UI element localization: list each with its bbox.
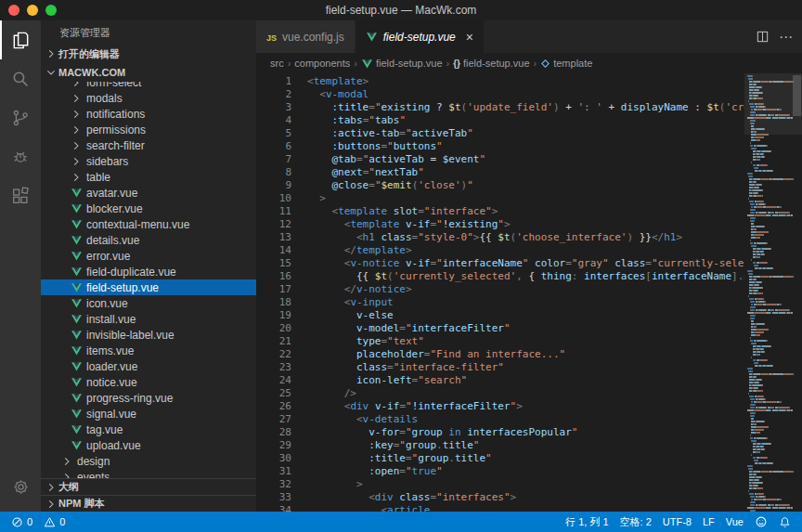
code-line-13[interactable]: 13 <h1 class="style-0">{{ $t('choose_int… (256, 231, 744, 244)
tree-item-error-vue[interactable]: error.vue (41, 248, 256, 264)
tree-item-permissions[interactable]: permissions (41, 122, 256, 137)
close-window-button[interactable] (8, 5, 19, 16)
code-line-9[interactable]: 9 @close="$emit('close')" (256, 179, 744, 192)
code-line-17[interactable]: 17 </v-notice> (256, 283, 744, 296)
source-control-icon[interactable] (0, 98, 41, 137)
code-line-15[interactable]: 15 <v-notice v-if="interfaceName" color=… (256, 257, 744, 270)
line-number: 26 (256, 400, 291, 413)
code-line-14[interactable]: 14 </template> (256, 244, 744, 257)
code-line-10[interactable]: 10 > (256, 192, 744, 205)
search-icon[interactable] (0, 59, 41, 98)
editor-scrollbar[interactable] (793, 75, 801, 116)
code-line-33[interactable]: 33 <div class="interfaces"> (256, 491, 744, 504)
tree-item-notice-vue[interactable]: notice.vue (41, 374, 256, 390)
tree-item-sidebars[interactable]: sidebars (41, 153, 256, 169)
code-line-27[interactable]: 27 <v-details (256, 413, 744, 426)
code-line-12[interactable]: 12 <template v-if="!existing"> (256, 218, 744, 231)
window-title: field-setup.vue — MacWk.com (0, 0, 802, 20)
code-line-32[interactable]: 32 > (256, 478, 744, 491)
status-indentation[interactable]: 空格: 2 (614, 512, 657, 532)
split-editor-icon[interactable] (756, 30, 770, 44)
tree-item-notifications[interactable]: notifications (41, 106, 256, 122)
workspace-section-header[interactable]: MACWK.COM (41, 63, 256, 82)
code-line-23[interactable]: 23 class="interface-filter" (256, 361, 744, 374)
code-line-8[interactable]: 8 @next="nextTab" (256, 166, 744, 179)
chevron-right-icon (44, 481, 58, 494)
outline-section-header[interactable]: 大纲 (41, 478, 256, 495)
status-language-mode[interactable]: Vue (720, 512, 749, 532)
code-line-1[interactable]: 1<template> (256, 75, 744, 88)
tree-item-upload-vue[interactable]: upload.vue (41, 437, 256, 453)
code-line-31[interactable]: 31 :open="true" (256, 465, 744, 478)
code-line-24[interactable]: 24 icon-left="search" (256, 374, 744, 387)
status-warnings[interactable]: 0 (38, 512, 71, 532)
tree-item-icon-vue[interactable]: icon.vue (41, 295, 256, 311)
status-errors[interactable]: 0 (6, 512, 38, 532)
chevron-right-icon (59, 455, 74, 468)
status-eol[interactable]: LF (697, 512, 720, 532)
tree-item-avatar-vue[interactable]: avatar.vue (41, 185, 256, 201)
tree-item-details-vue[interactable]: details.vue (41, 232, 256, 248)
code-line-4[interactable]: 4 :tabs="tabs" (256, 114, 744, 127)
code-line-18[interactable]: 18 <v-input (256, 296, 744, 309)
tree-item-install-vue[interactable]: install.vue (41, 311, 256, 327)
tree-item-progress-ring-vue[interactable]: progress-ring.vue (41, 390, 256, 406)
code-line-11[interactable]: 11 <template slot="interface"> (256, 205, 744, 218)
tree-item-invisible-label-vue[interactable]: invisible-label.vue (41, 327, 256, 343)
status-cursor-position[interactable]: 行 1, 列 1 (560, 512, 614, 532)
tree-item-search-filter[interactable]: search-filter (41, 137, 256, 153)
run-debug-icon[interactable] (0, 137, 41, 176)
code-line-5[interactable]: 5 :active-tab="activeTab" (256, 127, 744, 140)
code-line-25[interactable]: 25 /> (256, 387, 744, 400)
line-number: 8 (256, 166, 291, 179)
code-line-6[interactable]: 6 :buttons="buttons" (256, 140, 744, 153)
tree-item-field-duplicate-vue[interactable]: field-duplicate.vue (41, 264, 256, 279)
tree-item-items-vue[interactable]: items.vue (41, 343, 256, 358)
code-line-3[interactable]: 3 :title="existing ? $t('update_field') … (256, 101, 744, 114)
tree-item-events[interactable]: events (41, 469, 256, 478)
code-line-30[interactable]: 30 :title="group.title" (256, 452, 744, 465)
code-line-21[interactable]: 21 type="text" (256, 335, 744, 348)
tree-item-blocker-vue[interactable]: blocker.vue (41, 201, 256, 216)
close-tab-icon[interactable]: × (466, 31, 473, 44)
extensions-icon[interactable] (0, 176, 41, 215)
tree-item-design[interactable]: design (41, 453, 256, 469)
code-line-26[interactable]: 26 <div v-if="!interfaceFilter"> (256, 400, 744, 413)
breadcrumb-item-template[interactable]: template (540, 58, 592, 69)
minimize-window-button[interactable] (27, 5, 38, 16)
code-line-19[interactable]: 19 v-else (256, 309, 744, 322)
tab-vue-config-js[interactable]: JSvue.config.js (256, 20, 356, 53)
tab-field-setup-vue[interactable]: field-setup.vue× (356, 20, 485, 53)
npm-scripts-section-header[interactable]: NPM 脚本 (41, 495, 256, 512)
more-actions-icon[interactable]: ⋯ (779, 29, 793, 45)
tree-item-loader-vue[interactable]: loader.vue (41, 358, 256, 374)
code-line-34[interactable]: 34 <article (256, 504, 744, 512)
tree-item-label: upload.vue (86, 439, 141, 452)
tree-item-table[interactable]: table (41, 169, 256, 185)
code-line-7[interactable]: 7 @tab="activeTab = $event" (256, 153, 744, 166)
code-line-16[interactable]: 16 {{ $t('currently_selected', { thing: … (256, 270, 744, 283)
breadcrumb-item-src[interactable]: src (270, 58, 284, 69)
breadcrumb-item-field-setup-vue[interactable]: {}field-setup.vue (453, 58, 529, 69)
tree-item-tag-vue[interactable]: tag.vue (41, 422, 256, 437)
tree-item-form-select[interactable]: form-select (41, 82, 256, 90)
minimap[interactable] (744, 73, 802, 512)
tree-item-signal-vue[interactable]: signal.vue (41, 406, 256, 422)
status-feedback[interactable] (749, 512, 773, 532)
code-line-28[interactable]: 28 v-for="group in interfacesPopular" (256, 426, 744, 439)
explorer-icon[interactable] (0, 20, 41, 59)
open-editors-section-header[interactable]: 打开的编辑器 (41, 45, 256, 63)
tree-item-modals[interactable]: modals (41, 90, 256, 106)
settings-icon[interactable] (0, 467, 41, 506)
status-encoding[interactable]: UTF-8 (657, 512, 697, 532)
code-line-20[interactable]: 20 v-model="interfaceFilter" (256, 322, 744, 335)
breadcrumb-item-field-setup-vue[interactable]: field-setup.vue (361, 58, 443, 70)
code-line-2[interactable]: 2 <v-modal (256, 88, 744, 101)
tree-item-field-setup-vue[interactable]: field-setup.vue (41, 279, 256, 295)
code-line-29[interactable]: 29 :key="group.title" (256, 439, 744, 452)
code-line-22[interactable]: 22 placeholder="Find an interface..." (256, 348, 744, 361)
breadcrumb-item-components[interactable]: components (294, 58, 350, 69)
status-notifications[interactable] (773, 512, 796, 532)
tree-item-contextual-menu-vue[interactable]: contextual-menu.vue (41, 216, 256, 232)
zoom-window-button[interactable] (45, 5, 57, 16)
